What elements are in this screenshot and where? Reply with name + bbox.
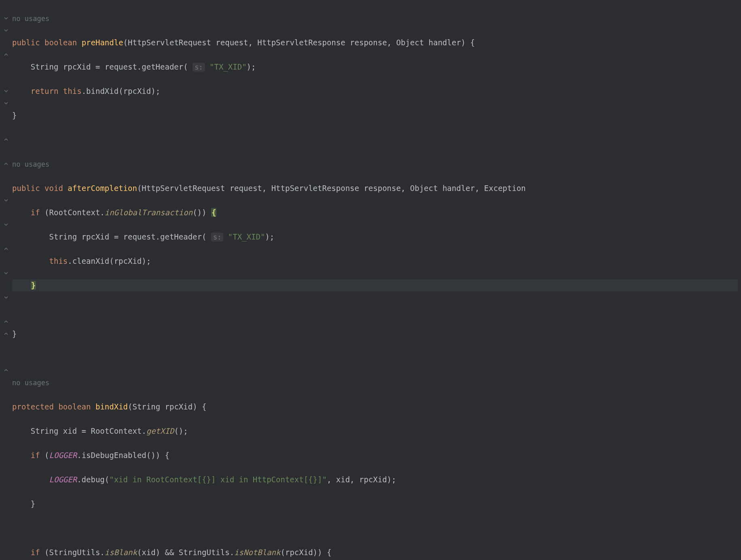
usage-hint[interactable]: no usages	[12, 160, 49, 168]
code-line[interactable]: String rpcXid = request.getHeader( s: "T…	[12, 231, 738, 243]
code-line[interactable]: no usages	[12, 12, 738, 24]
code-line[interactable]: }	[12, 498, 738, 510]
code-line[interactable]	[12, 352, 738, 364]
code-line[interactable]: if (LOGGER.isDebugEnabled()) {	[12, 449, 738, 461]
fold-close-icon[interactable]	[3, 367, 9, 373]
code-line[interactable]: }	[12, 328, 738, 340]
code-line[interactable]: this.cleanXid(rpcXid);	[12, 255, 738, 267]
param-hint: s:	[211, 233, 223, 242]
fold-open-icon[interactable]	[3, 295, 9, 300]
code-line[interactable]: }	[12, 109, 738, 121]
usage-hint[interactable]: no usages	[12, 15, 49, 23]
fold-close-icon[interactable]	[3, 137, 9, 142]
usage-hint[interactable]: no usages	[12, 379, 49, 387]
code-editor[interactable]: no usages public boolean preHandle(HttpS…	[0, 0, 741, 560]
fold-open-icon[interactable]	[3, 88, 9, 94]
code-line[interactable]: String xid = RootContext.getXID();	[12, 425, 738, 437]
code-line[interactable]: LOGGER.debug("xid in RootContext[{}] xid…	[12, 473, 738, 486]
code-line[interactable]: if (StringUtils.isBlank(xid) && StringUt…	[12, 546, 738, 558]
fold-open-icon[interactable]	[3, 15, 9, 21]
fold-close-icon[interactable]	[3, 161, 9, 167]
code-line[interactable]: if (RootContext.inGlobalTransaction()) {	[12, 206, 738, 218]
code-line[interactable]	[12, 134, 738, 146]
code-line[interactable]: no usages	[12, 158, 738, 170]
code-line[interactable]	[12, 522, 738, 534]
code-line[interactable]: public boolean preHandle(HttpServletRequ…	[12, 36, 738, 49]
param-hint: s:	[193, 63, 205, 72]
code-line-current[interactable]: }	[12, 279, 738, 291]
fold-open-icon[interactable]	[3, 100, 9, 106]
fold-close-icon[interactable]	[3, 331, 9, 337]
code-line[interactable]	[12, 303, 738, 316]
code-line[interactable]: public void afterCompletion(HttpServletR…	[12, 182, 738, 194]
fold-open-icon[interactable]	[3, 197, 9, 203]
gutter	[0, 0, 12, 560]
fold-open-icon[interactable]	[3, 222, 9, 227]
code-area[interactable]: no usages public boolean preHandle(HttpS…	[12, 0, 741, 560]
code-line[interactable]: return this.bindXid(rpcXid);	[12, 85, 738, 97]
fold-close-icon[interactable]	[3, 319, 9, 325]
brace-match: }	[31, 281, 36, 290]
code-line[interactable]: String rpcXid = request.getHeader( s: "T…	[12, 61, 738, 73]
fold-open-icon[interactable]	[3, 28, 9, 33]
fold-close-icon[interactable]	[3, 246, 9, 252]
fold-close-icon[interactable]	[3, 52, 9, 57]
code-line[interactable]: no usages	[12, 376, 738, 388]
brace-match: {	[211, 208, 216, 217]
code-line[interactable]: protected boolean bindXid(String rpcXid)…	[12, 401, 738, 413]
fold-open-icon[interactable]	[3, 270, 9, 276]
